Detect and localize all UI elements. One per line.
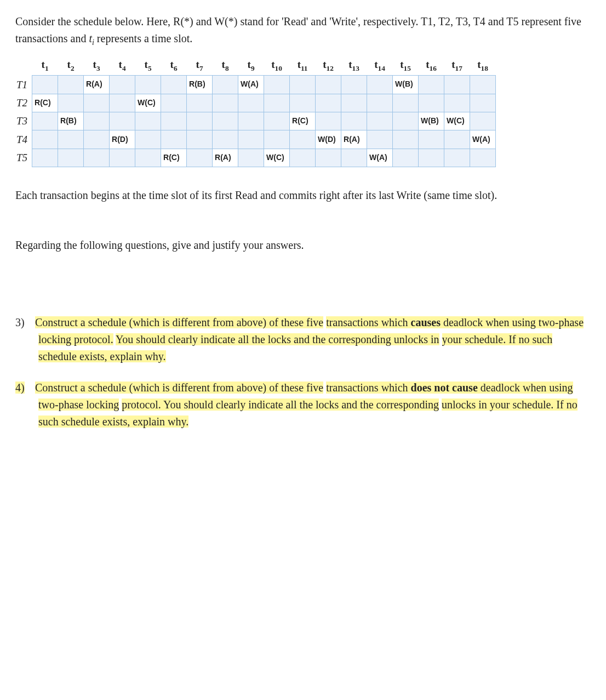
paragraph-commit-rule: Each transaction begins at the time slot…	[15, 187, 591, 204]
table-row: T3R(B)R(C)W(B)W(C)	[15, 112, 496, 130]
schedule-cell: W(C)	[444, 112, 470, 130]
question-text-segment: causes	[411, 316, 441, 328]
transaction-label: T2	[15, 94, 32, 112]
schedule-cell	[187, 94, 213, 112]
schedule-cell	[341, 149, 367, 167]
time-header: t16	[419, 55, 444, 76]
question-number: 3)	[15, 314, 35, 331]
schedule-cell	[84, 94, 110, 112]
time-header: t13	[341, 55, 367, 76]
schedule-body: T1R(A)R(B)W(A)W(B)T2R(C)W(C)T3R(B)R(C)W(…	[15, 76, 496, 167]
schedule-cell	[238, 130, 264, 149]
time-header: t2	[58, 55, 84, 76]
schedule-cell	[238, 112, 264, 130]
question-text-segment: transactions which	[326, 382, 410, 394]
time-header: t10	[264, 55, 290, 76]
schedule-cell: W(B)	[419, 112, 444, 130]
schedule-cell	[213, 112, 238, 130]
schedule-cell	[341, 112, 367, 130]
schedule-cell	[32, 76, 58, 94]
schedule-cell	[470, 94, 496, 112]
time-header: t8	[213, 55, 238, 76]
table-row: T4R(D)W(D)R(A)W(A)	[15, 130, 496, 149]
question-number: 4)	[15, 379, 35, 396]
schedule-cell	[84, 112, 110, 130]
time-header: t18	[470, 55, 496, 76]
schedule-cell	[135, 76, 161, 94]
schedule-cell	[444, 149, 470, 167]
question-item: 3)Construct a schedule (which is differe…	[15, 314, 591, 365]
time-header: t17	[444, 55, 470, 76]
schedule-cell	[187, 112, 213, 130]
schedule-cell	[264, 130, 290, 149]
schedule-cell	[316, 112, 341, 130]
schedule-cell: R(B)	[58, 112, 84, 130]
schedule-cell: R(A)	[341, 130, 367, 149]
schedule-cell	[32, 112, 58, 130]
schedule-cell	[367, 94, 393, 112]
schedule-cell	[419, 130, 444, 149]
schedule-cell	[470, 76, 496, 94]
question-text-segment: transactions which	[326, 316, 410, 328]
schedule-cell	[367, 130, 393, 149]
transaction-label: T1	[15, 76, 32, 94]
schedule-cell	[367, 76, 393, 94]
schedule-cell	[393, 149, 419, 167]
schedule-cell: W(D)	[316, 130, 341, 149]
schedule-cell: R(C)	[290, 112, 316, 130]
schedule-cell	[213, 94, 238, 112]
schedule-cell	[470, 112, 496, 130]
question-text-segment: You should clearly indicate all the lock…	[116, 333, 439, 345]
schedule-cell	[110, 149, 135, 167]
schedule-cell	[58, 94, 84, 112]
schedule-cell	[58, 149, 84, 167]
schedule-cell	[341, 94, 367, 112]
schedule-cell	[419, 94, 444, 112]
transaction-label: T4	[15, 130, 32, 149]
schedule-cell	[32, 130, 58, 149]
schedule-cell	[290, 149, 316, 167]
schedule-cell: W(C)	[135, 94, 161, 112]
table-row: T5R(C)R(A)W(C)W(A)	[15, 149, 496, 167]
schedule-cell	[161, 76, 187, 94]
schedule-cell: R(C)	[161, 149, 187, 167]
schedule-cell	[187, 130, 213, 149]
question-text-segment: does not cause	[411, 382, 478, 394]
question-list: 3)Construct a schedule (which is differe…	[15, 314, 591, 430]
schedule-cell	[238, 149, 264, 167]
time-header: t11	[290, 55, 316, 76]
schedule-cell	[264, 112, 290, 130]
schedule-header-row: t1t2t3t4t5t6t7t8t9t10t11t12t13t14t15t16t…	[15, 55, 496, 76]
schedule-cell	[135, 112, 161, 130]
paragraph-instructions: Regarding the following questions, give …	[15, 237, 591, 254]
schedule-cell	[444, 94, 470, 112]
schedule-cell	[84, 130, 110, 149]
schedule-cell	[110, 76, 135, 94]
time-header: t3	[84, 55, 110, 76]
schedule-cell	[110, 94, 135, 112]
schedule-cell	[264, 94, 290, 112]
schedule-cell	[470, 149, 496, 167]
schedule-cell	[444, 130, 470, 149]
schedule-cell	[84, 149, 110, 167]
time-header: t4	[110, 55, 135, 76]
schedule-cell	[419, 149, 444, 167]
schedule-cell	[393, 130, 419, 149]
schedule-cell	[419, 76, 444, 94]
time-header: t1	[32, 55, 58, 76]
time-header: t12	[316, 55, 341, 76]
schedule-cell	[238, 94, 264, 112]
schedule-cell	[290, 76, 316, 94]
schedule-cell	[444, 76, 470, 94]
time-header: t7	[187, 55, 213, 76]
schedule-cell	[135, 149, 161, 167]
table-row: T1R(A)R(B)W(A)W(B)	[15, 76, 496, 94]
schedule-cell	[187, 149, 213, 167]
intro-paragraph: Consider the schedule below. Here, R(*) …	[15, 13, 591, 49]
schedule-cell	[58, 76, 84, 94]
time-header: t15	[393, 55, 419, 76]
schedule-cell: R(B)	[187, 76, 213, 94]
schedule-cell: W(B)	[393, 76, 419, 94]
transaction-label: T5	[15, 149, 32, 167]
header-blank	[15, 55, 32, 76]
